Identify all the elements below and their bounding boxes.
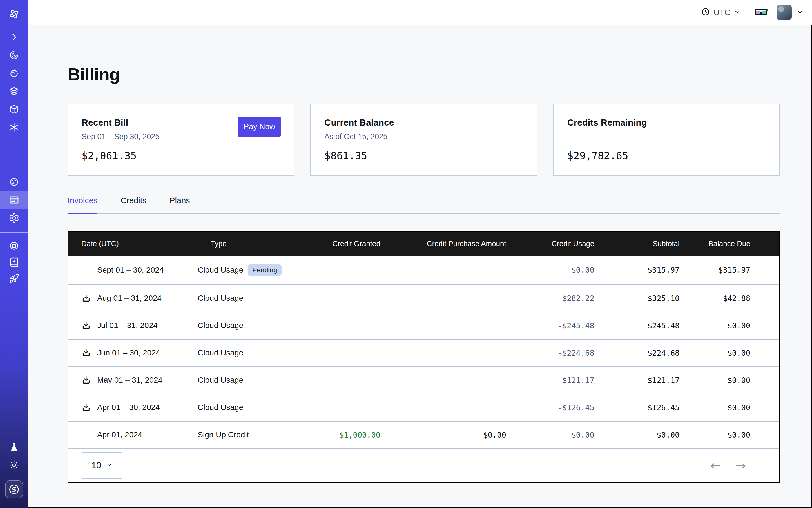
credits-remaining-amount: $29,782.65 bbox=[567, 150, 766, 161]
subtotal-value: $315.97 bbox=[594, 265, 680, 274]
sidebar-item-theme-toggle[interactable] bbox=[0, 456, 28, 474]
sidebar bbox=[0, 0, 28, 508]
table-row: May 01 – 31, 2024 Cloud Usage -$121.17 $… bbox=[69, 366, 779, 394]
top-bar: UTC bbox=[28, 0, 812, 25]
package-icon bbox=[9, 104, 19, 114]
invoice-type: Cloud Usage bbox=[198, 376, 243, 385]
user-menu-button[interactable] bbox=[796, 8, 804, 17]
invoice-date: Apr 01, 2024 bbox=[97, 430, 142, 439]
credit-usage-value: -$126.45 bbox=[506, 403, 594, 412]
book-sparkle-icon bbox=[9, 257, 19, 267]
3d-glasses-icon bbox=[754, 7, 768, 18]
table-row: Jun 01 – 30, 2024 Cloud Usage -$224.68 $… bbox=[69, 339, 779, 366]
gear-icon bbox=[9, 213, 19, 223]
tab-invoices[interactable]: Invoices bbox=[68, 196, 97, 214]
page-size-select[interactable]: 10 bbox=[82, 452, 123, 479]
credit-usage-value: $0.00 bbox=[506, 265, 594, 274]
balance-due-value: $0.00 bbox=[680, 431, 779, 439]
sidebar-item-credits-button[interactable] bbox=[5, 480, 23, 499]
sidebar-item-layers[interactable] bbox=[0, 82, 28, 100]
sidebar-item-secrets[interactable] bbox=[0, 118, 28, 136]
current-balance-card: Current Balance As of Oct 15, 2025 $861.… bbox=[310, 104, 537, 176]
sidebar-item-volumes[interactable] bbox=[0, 100, 28, 118]
column-header-subtotal: Subtotal bbox=[594, 239, 680, 248]
dollar-badge-icon bbox=[9, 484, 19, 495]
table-row: Aug 01 – 31, 2024 Cloud Usage -$282.22 $… bbox=[69, 285, 779, 312]
status-badge: Pending bbox=[248, 264, 282, 276]
balance-due-value: $0.00 bbox=[680, 403, 779, 412]
download-invoice-button[interactable] bbox=[81, 403, 97, 412]
sidebar-item-labs[interactable] bbox=[0, 438, 28, 456]
column-header-type: Type bbox=[198, 239, 290, 248]
sidebar-item-schedules[interactable] bbox=[0, 64, 28, 82]
pagination-controls: ← → bbox=[710, 459, 746, 472]
column-header-credit-usage: Credit Usage bbox=[506, 239, 594, 248]
timer-icon bbox=[9, 68, 19, 78]
subtotal-value: $126.45 bbox=[594, 403, 680, 412]
chevron-right-icon bbox=[9, 32, 19, 42]
invoice-type: Cloud Usage bbox=[198, 403, 243, 412]
invoice-date: Aug 01 – 31, 2024 bbox=[97, 294, 162, 303]
arrow-right-icon[interactable]: → bbox=[735, 459, 746, 472]
tab-credits[interactable]: Credits bbox=[121, 196, 146, 214]
sun-icon bbox=[9, 460, 19, 470]
arrow-left-icon[interactable]: ← bbox=[710, 459, 721, 472]
sidebar-item-billing[interactable] bbox=[0, 191, 28, 209]
chevron-down-icon bbox=[796, 8, 804, 17]
subtotal-value: $121.17 bbox=[594, 376, 680, 385]
invoice-type: Cloud Usage bbox=[198, 321, 243, 330]
credit-usage-value: -$282.22 bbox=[506, 294, 594, 303]
timezone-selector[interactable]: UTC bbox=[701, 7, 741, 17]
avatar[interactable] bbox=[776, 5, 792, 20]
invoice-date: Jun 01 – 30, 2024 bbox=[97, 348, 160, 357]
balance-due-value: $0.00 bbox=[680, 376, 779, 385]
tab-plans[interactable]: Plans bbox=[170, 196, 190, 214]
sidebar-divider bbox=[0, 140, 28, 140]
app-window: UTC bbox=[0, 0, 812, 508]
subtotal-value: $0.00 bbox=[594, 431, 680, 439]
billing-page: Billing Recent Bill Sep 01 – Sep 30, 202… bbox=[28, 25, 812, 508]
table-body: Sept 01 – 30, 2024 Cloud Usage Pending $… bbox=[69, 256, 779, 448]
credit-card-icon bbox=[9, 195, 19, 205]
table-header: Date (UTC) Type Credit Granted Credit Pu… bbox=[69, 232, 779, 256]
sidebar-item-docs[interactable] bbox=[0, 254, 28, 270]
app-logo[interactable] bbox=[0, 0, 28, 28]
current-balance-amount: $861.35 bbox=[324, 150, 523, 161]
sidebar-item-usage[interactable] bbox=[0, 173, 28, 191]
card-subtitle: As of Oct 15, 2025 bbox=[324, 132, 523, 142]
3d-glasses-button[interactable] bbox=[754, 7, 768, 18]
invoice-type: Cloud Usage bbox=[198, 265, 243, 274]
sidebar-item-examples[interactable] bbox=[0, 270, 28, 287]
download-icon bbox=[81, 375, 91, 385]
download-invoice-button[interactable] bbox=[81, 348, 97, 357]
gauge-icon bbox=[9, 177, 19, 187]
invoice-type: Cloud Usage bbox=[198, 348, 243, 357]
download-invoice-button[interactable] bbox=[81, 293, 97, 303]
download-icon bbox=[81, 348, 91, 357]
card-subtitle bbox=[567, 132, 766, 142]
pay-now-button[interactable]: Pay Now bbox=[238, 117, 281, 136]
swirl-target-icon bbox=[9, 50, 19, 60]
column-header-credit-granted: Credit Granted bbox=[290, 239, 380, 248]
sidebar-item-support[interactable] bbox=[0, 238, 28, 254]
column-header-date: Date (UTC) bbox=[69, 239, 198, 248]
sidebar-expand-button[interactable] bbox=[0, 28, 28, 46]
invoices-table: Date (UTC) Type Credit Granted Credit Pu… bbox=[68, 231, 780, 483]
invoice-type: Cloud Usage bbox=[198, 294, 243, 303]
credit-usage-value: -$121.17 bbox=[506, 376, 594, 385]
card-title: Current Balance bbox=[324, 118, 523, 128]
sidebar-item-settings[interactable] bbox=[0, 209, 28, 227]
table-footer: 10 ← → bbox=[69, 448, 779, 482]
credit-usage-value: -$245.48 bbox=[506, 321, 594, 330]
download-invoice-button[interactable] bbox=[81, 375, 97, 385]
sidebar-divider bbox=[0, 232, 28, 232]
download-icon bbox=[81, 403, 91, 412]
card-title: Credits Remaining bbox=[567, 118, 766, 128]
sidebar-item-apps[interactable] bbox=[0, 46, 28, 64]
subtotal-value: $325.10 bbox=[594, 294, 680, 303]
download-invoice-button[interactable] bbox=[81, 321, 97, 330]
table-row: Apr 01 – 30, 2024 Cloud Usage -$126.45 $… bbox=[69, 394, 779, 421]
balance-due-value: $42.88 bbox=[680, 294, 779, 303]
column-header-balance-due: Balance Due bbox=[680, 239, 779, 248]
page-title: Billing bbox=[68, 64, 780, 84]
